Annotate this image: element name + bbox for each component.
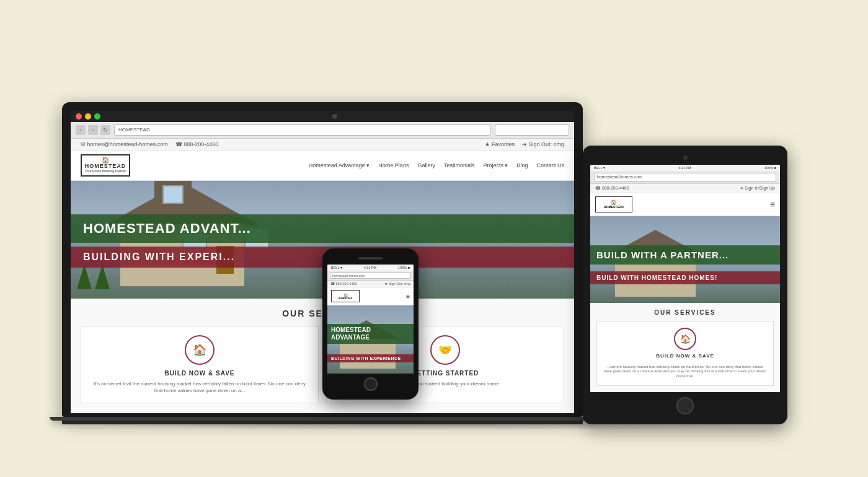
topbar-email: ✉ homes@homestead-homes.com	[81, 141, 168, 147]
nav-projects[interactable]: Projects ▾	[483, 162, 508, 168]
nav-blog[interactable]: Blog	[516, 162, 528, 168]
tl-maximize[interactable]	[94, 113, 100, 120]
tablet: BELL ▾ 4:21 PM 100% ■ homestead-homes.co…	[583, 146, 787, 424]
tablet-phone: ☎ 888-200-4460	[595, 186, 629, 191]
logo-tagline: Your Home Building Partner	[85, 170, 126, 173]
tree-2	[95, 265, 110, 289]
tablet-battery: 100% ■	[764, 166, 776, 170]
browser-nav: ‹ › ↻	[76, 125, 110, 135]
search-bar[interactable]	[495, 125, 569, 136]
laptop-bezel	[71, 111, 574, 122]
browser-bar: ‹ › ↻ HOMESTEAD	[71, 122, 574, 139]
tablet-time: 4:21 PM	[678, 166, 691, 170]
phone-banner-red: BUILDING WITH EXPERIENCE	[327, 354, 414, 362]
service-start-title: GETTING STARTED	[412, 370, 479, 377]
tablet-home-button[interactable]	[676, 397, 694, 414]
trees-left	[77, 265, 110, 289]
tablet-service-icon: 🏠	[674, 328, 696, 350]
dormer-window	[162, 185, 184, 204]
site-nav-links: Homestead Advantage ▾ Home Plans Gallery…	[309, 162, 564, 168]
service-build-title: BUILD NOW & SAVE	[164, 370, 234, 377]
tree-1	[77, 265, 92, 289]
phone: BELL ▾ 4:21 PM 100% ■ homestead-homes.co…	[322, 248, 418, 400]
topbar-signout[interactable]: ➜ Sign Out: omg	[522, 141, 564, 147]
tl-minimize[interactable]	[85, 113, 91, 120]
phone-logo: 🏠 HOMESTEAD	[331, 290, 360, 302]
tablet-hero-subtitle: BUILD WITH HOMESTEAD HOMES!	[596, 274, 774, 281]
phone-time: 4:21 PM	[364, 266, 376, 269]
tablet-topbar: ☎ 888-200-4460 ➜ Sign In/Sign Up	[590, 184, 780, 193]
scene: ‹ › ↻ HOMESTEAD ✉ homes@homestead-homes.…	[62, 28, 806, 449]
tablet-hero-title: BUILD WITH A PARTNER...	[596, 250, 774, 260]
phone-screen: BELL ▾ 4:21 PM 100% ■ homestead-homes.co…	[327, 265, 414, 374]
tablet-service-card: 🏠 BUILD NOW & SAVE ...current housing ma…	[596, 321, 774, 386]
tablet-browser-bar: homestead-homes.com	[590, 171, 780, 184]
topbar-favorites[interactable]: ★ Favorites	[485, 141, 515, 147]
tablet-services-title: OUR SERVICES	[596, 309, 774, 316]
hero-banner-green: HOMESTEAD ADVANT...	[71, 214, 574, 243]
site-logo: 🏠 HOMESTEAD Your Home Building Partner	[81, 154, 130, 177]
phone-nav: 🏠 HOMESTEAD ≡	[327, 287, 414, 305]
refresh-button[interactable]: ↻	[100, 125, 110, 135]
phone-hero: HOMESTEADADVANTAGE BUILDING WITH EXPERIE…	[327, 305, 414, 374]
phone-browser: homestead-homes.com	[327, 271, 414, 281]
tablet-hero: BUILD WITH A PARTNER... BUILD WITH HOMES…	[590, 216, 780, 303]
tablet-services: OUR SERVICES 🏠 BUILD NOW & SAVE ...curre…	[590, 303, 780, 392]
topbar-phone: ☎ 888-200-4460	[175, 141, 219, 147]
tl-close[interactable]	[76, 113, 82, 120]
address-bar[interactable]: HOMESTEAD	[114, 125, 491, 136]
tablet-address-bar[interactable]: homestead-homes.com	[594, 173, 776, 182]
phone-signin[interactable]: ★ Sign Out: omg	[384, 282, 410, 286]
phone-status-bar: BELL ▾ 4:21 PM 100% ■	[327, 265, 414, 271]
nav-testimonials[interactable]: Testimonials	[444, 162, 475, 168]
tablet-logo: 🏠 HOMESTEAD	[595, 196, 632, 212]
tablet-camera	[683, 155, 688, 160]
phone-topbar: ☎ 888-200-4460 ★ Sign Out: omg	[327, 281, 414, 287]
phone-speaker	[358, 257, 383, 260]
phone-menu-button[interactable]: ≡	[406, 293, 410, 300]
phone-battery: 100% ■	[398, 266, 410, 269]
phone-signal: BELL ▾	[331, 266, 342, 269]
nav-contact[interactable]: Contact Us	[536, 162, 564, 168]
service-card-build: 🏠 BUILD NOW & SAVE It's no secret that t…	[81, 326, 319, 403]
tablet-banner-green: BUILD WITH A PARTNER...	[590, 245, 780, 265]
phone-home-button[interactable]	[364, 377, 378, 391]
nav-advantage[interactable]: Homestead Advantage ▾	[309, 162, 370, 168]
phone-phone: ☎ 888-200-4460	[330, 282, 357, 286]
tablet-signin[interactable]: ➜ Sign In/Sign Up	[740, 186, 775, 191]
tablet-status-bar: BELL ▾ 4:21 PM 100% ■	[590, 165, 780, 171]
tablet-signal: BELL ▾	[594, 166, 605, 170]
service-build-desc: It's no secret that the current housing …	[90, 380, 309, 394]
laptop-base	[62, 417, 583, 424]
phone-hero-subtitle: BUILDING WITH EXPERIENCE	[331, 356, 410, 361]
tablet-nav: 🏠 HOMESTEAD ≡	[590, 193, 780, 216]
nav-gallery[interactable]: Gallery	[417, 162, 435, 168]
tablet-screen: BELL ▾ 4:21 PM 100% ■ homestead-homes.co…	[590, 165, 780, 392]
site-nav: 🏠 HOMESTEAD Your Home Building Partner H…	[71, 151, 574, 181]
nav-homeplans[interactable]: Home Plans	[378, 162, 409, 168]
service-icon-handshake: 🤝	[430, 335, 460, 365]
laptop-foot	[50, 417, 595, 421]
laptop-camera	[332, 114, 337, 119]
forward-button[interactable]: ›	[88, 125, 98, 135]
hero-title: HOMESTEAD ADVANT...	[83, 221, 562, 237]
tablet-banner-red: BUILD WITH HOMESTEAD HOMES!	[590, 271, 780, 284]
site-topbar: ✉ homes@homestead-homes.com ☎ 888-200-44…	[71, 139, 574, 151]
back-button[interactable]: ‹	[76, 125, 86, 135]
phone-hero-title: HOMESTEADADVANTAGE	[331, 326, 410, 341]
traffic-lights	[76, 113, 100, 120]
service-icon-house: 🏠	[185, 335, 215, 365]
tablet-menu-button[interactable]: ≡	[770, 199, 775, 209]
phone-address-bar[interactable]: homestead-homes.com	[330, 272, 411, 279]
phone-banner-green: HOMESTEADADVANTAGE	[327, 324, 414, 344]
tablet-service-desc: ...current housing market has certainly …	[603, 365, 767, 379]
tablet-service-title: BUILD NOW & SAVE	[656, 353, 714, 359]
